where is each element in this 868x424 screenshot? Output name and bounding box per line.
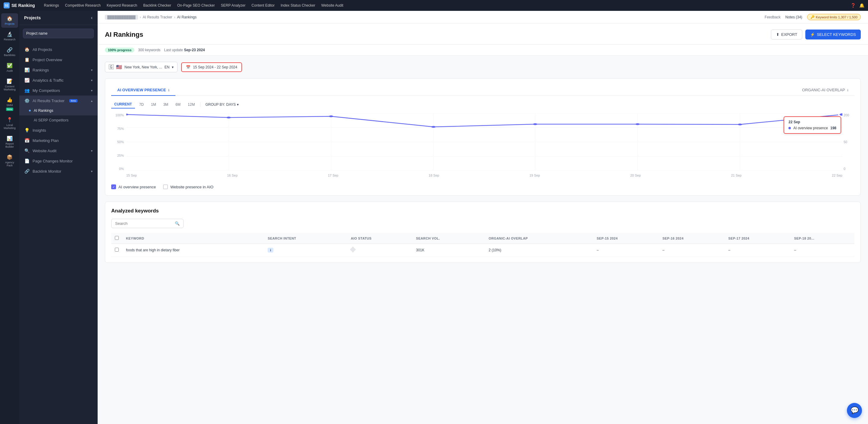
keywords-table-wrapper: KEYWORD SEARCH INTENT AIO STATUS SEARCH …: [111, 233, 855, 256]
time-tab-3m[interactable]: 3M: [160, 101, 172, 108]
sidebar-item-insights[interactable]: 💡 Insights: [19, 125, 97, 135]
y-right-50: 50: [844, 140, 847, 144]
keyword-search-input[interactable]: [115, 221, 173, 226]
sidebar-item-ai-serp-competitors[interactable]: AI SERP Competitors: [19, 115, 97, 125]
keyword-search-bar[interactable]: 🔍: [111, 219, 184, 228]
breadcrumb: ████████████ › AI Results Tracker › AI R…: [105, 15, 196, 20]
select-all-checkbox[interactable]: [115, 236, 119, 240]
date-picker[interactable]: 📅 15 Sep 2024 - 22 Sep 2024: [181, 62, 242, 72]
notes-button[interactable]: Notes (34): [785, 15, 802, 19]
collapse-sidebar-button[interactable]: ‹: [91, 15, 93, 21]
keyword-limits-badge: 🔑 Keyword limits 1,307 / 1,500: [807, 14, 861, 20]
time-tab-12m[interactable]: 12M: [185, 101, 198, 108]
location-selector[interactable]: 🇬 🇺🇸 New York, New York, ... EN ▾: [105, 62, 178, 72]
legend-ai-overview-label: AI overview presence: [119, 185, 156, 189]
sidebar-item-all-projects[interactable]: 🏠 All Projects: [19, 44, 97, 55]
nav-keyword-research[interactable]: Keyword Research: [107, 3, 137, 7]
time-tab-current[interactable]: CURRENT: [111, 101, 135, 109]
nav-website-audit[interactable]: Website Audit: [321, 3, 343, 7]
legend-website-presence-aio[interactable]: Website presence in AIO: [163, 184, 213, 189]
notification-icon[interactable]: 🔔: [859, 3, 864, 8]
sidebar-icon-research[interactable]: 🔬 Research: [1, 29, 18, 43]
nav-backlink-checker[interactable]: Backlink Checker: [143, 3, 171, 7]
project-dropdown[interactable]: Project name: [23, 29, 94, 38]
col-header-organic-ai-overlap: ORGANIC-AI OVERLAP: [485, 233, 593, 244]
time-tab-1m[interactable]: 1M: [148, 101, 159, 108]
sidebar-item-my-competitors[interactable]: 👥 My Competitors ▾: [19, 85, 97, 95]
sidebar-label-page-changes: Page Changes Monitor: [33, 159, 73, 163]
nav-competitive-research[interactable]: Competitive Research: [65, 3, 101, 7]
sidebar-item-ai-rankings[interactable]: AI Rankings: [19, 106, 97, 115]
legend-ai-overview-presence[interactable]: ✓ AI overview presence: [111, 184, 156, 189]
x-label-20sep: 20 Sep: [630, 174, 641, 180]
help-icon[interactable]: ❓: [850, 3, 856, 8]
nav-onpage-seo[interactable]: On-Page SEO Checker: [177, 3, 215, 7]
ai-results-tracker-icon: ⚙️: [24, 98, 30, 103]
export-icon: ⬆: [776, 32, 779, 37]
x-label-22sep: 22 Sep: [832, 174, 842, 180]
legend-ai-overview-checkbox: ✓: [111, 184, 116, 189]
sidebar-icon-label-audit: Audit: [7, 69, 13, 72]
table-header-row: KEYWORD SEARCH INTENT AIO STATUS SEARCH …: [111, 233, 855, 244]
project-selector[interactable]: Project name: [23, 29, 94, 38]
sidebar-item-analytics-traffic[interactable]: 📈 Analytics & Traffic ▾: [19, 75, 97, 85]
sidebar-label-backlink-monitor: Backlink Monitor: [33, 169, 61, 174]
export-button[interactable]: ⬆ EXPORT: [771, 30, 802, 39]
row-checkbox[interactable]: [115, 248, 119, 252]
backlink-monitor-arrow-icon: ▾: [91, 170, 93, 173]
time-tabs-divider: [200, 102, 200, 107]
rankings-arrow-icon: ▾: [91, 68, 93, 72]
sidebar-icon-backlinks[interactable]: 🔗 Backlinks: [1, 44, 18, 59]
main-content: ████████████ › AI Results Tracker › AI R…: [98, 11, 868, 424]
sidebar-icon-label-projects: Projects: [5, 22, 15, 25]
sidebar-item-page-changes[interactable]: 📄 Page Changes Monitor: [19, 156, 97, 166]
time-tab-6m[interactable]: 6M: [173, 101, 184, 108]
tab-ai-overview-presence[interactable]: AI OVERVIEW PRESENCE ℹ: [111, 85, 176, 96]
project-overview-icon: 📋: [24, 57, 30, 62]
nav-serp-analyzer[interactable]: SERP Analyzer: [221, 3, 246, 7]
sidebar-item-backlink-monitor[interactable]: 🔗 Backlink Monitor ▾: [19, 166, 97, 176]
smm-beta-badge: Beta: [6, 108, 13, 111]
nav-content-editor[interactable]: Content Editor: [252, 3, 275, 7]
sidebar-label-all-projects: All Projects: [33, 47, 52, 52]
sidebar-icon-report-builder[interactable]: 📊 Report Builder: [1, 133, 18, 151]
chart-tabs: AI OVERVIEW PRESENCE ℹ ORGANIC-AI OVERLA…: [111, 85, 855, 96]
sidebar-icon-local-marketing[interactable]: 📍 Local Marketing: [1, 115, 18, 132]
tooltip-value: 198: [830, 126, 836, 130]
x-label-19sep: 19 Sep: [530, 174, 540, 180]
nav-rankings[interactable]: Rankings: [44, 3, 59, 7]
time-period-tabs: CURRENT 7D 1M 3M 6M 12M GROUP BY: DAYS ▾: [111, 101, 855, 109]
sidebar-icon-content-marketing[interactable]: 📝 Content Marketing: [1, 76, 18, 93]
website-audit-icon: 🔍: [24, 148, 30, 153]
insights-icon: 💡: [24, 128, 30, 132]
sidebar-icon-smm[interactable]: 👍 SMM Beta: [1, 95, 18, 113]
keyword-limits-text: Keyword limits 1,307 / 1,500: [816, 16, 858, 19]
sidebar-label-rankings: Rankings: [33, 68, 49, 72]
sidebar-item-rankings[interactable]: 📊 Rankings ▾: [19, 65, 97, 75]
sidebar-icon-audit[interactable]: ✅ Audit: [1, 60, 18, 75]
sidebar-item-website-audit[interactable]: 🔍 Website Audit ▾: [19, 146, 97, 156]
tab-organic-ai-overlap[interactable]: ORGANIC-AI OVERLAP ℹ: [796, 85, 855, 95]
sidebar-item-project-overview[interactable]: 📋 Project Overview: [19, 55, 97, 65]
sidebar-item-marketing-plan[interactable]: 📅 Marketing Plan: [19, 135, 97, 146]
page-header-actions: ⬆ EXPORT ⚡ SELECT KEYWORDS: [771, 30, 861, 39]
time-tab-7d[interactable]: 7D: [136, 101, 147, 108]
brand-logo[interactable]: SE SE Ranking: [4, 2, 35, 8]
nav-index-status[interactable]: Index Status Checker: [281, 3, 315, 7]
sidebar-icon-agency-pack[interactable]: 📦 Agency Pack: [1, 152, 18, 169]
feedback-link[interactable]: Feedback: [765, 15, 781, 19]
chart-tooltip: 22 Sep AI overview presence 198: [784, 116, 841, 134]
select-keywords-button[interactable]: ⚡ SELECT KEYWORDS: [805, 30, 861, 39]
group-by-selector[interactable]: GROUP BY: DAYS ▾: [205, 102, 239, 107]
sidebar-item-ai-results-tracker[interactable]: ⚙️ AI Results Tracker Beta ▴: [19, 95, 97, 106]
sidebar-icon-projects[interactable]: 🏠 Projects: [1, 13, 18, 28]
sidebar-icon-label-agency: Agency Pack: [2, 161, 17, 167]
cell-search-intent: i: [264, 244, 347, 256]
breadcrumb-ai-tracker[interactable]: AI Results Tracker: [143, 15, 173, 19]
chat-button[interactable]: 💬: [847, 403, 862, 418]
all-projects-icon: 🏠: [24, 47, 30, 52]
chart-y-axis-right: 200 50 0: [842, 113, 855, 171]
calendar-icon: 📅: [186, 65, 190, 69]
agency-pack-icon: 📦: [7, 154, 13, 160]
rankings-icon: 📊: [24, 67, 30, 72]
